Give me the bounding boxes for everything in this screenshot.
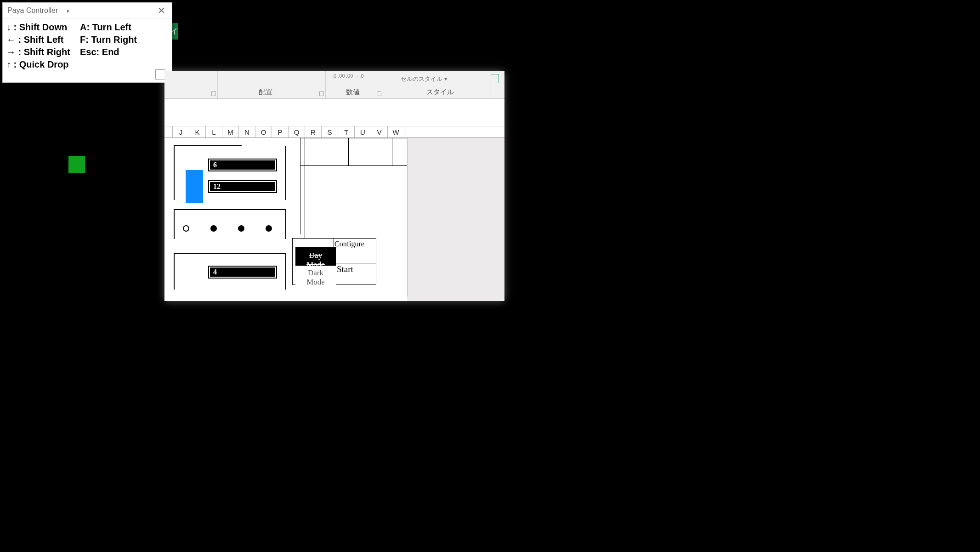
col-N[interactable]: N xyxy=(239,126,255,137)
tetris-piece-green xyxy=(68,156,85,173)
configure-button[interactable]: Configure xyxy=(334,240,364,248)
close-icon[interactable]: ✕ xyxy=(156,5,167,16)
paya-controller-window: Paya Controller ▾ ✕ ↓ : Shift Down ← : S… xyxy=(2,2,172,83)
col-W[interactable]: W xyxy=(388,126,404,137)
col-K[interactable]: K xyxy=(189,126,206,137)
key-hint-drop: ↑ : Quick Drop xyxy=(6,58,80,71)
key-hint-turn-right: F: Turn Right xyxy=(80,34,153,46)
col-Q[interactable]: Q xyxy=(289,126,305,137)
tetris-piece-blue xyxy=(186,170,203,203)
dialog-launcher-icon[interactable] xyxy=(377,91,381,96)
level-dot-3 xyxy=(238,225,244,232)
grid-line xyxy=(300,165,407,166)
score-value-1: 6 xyxy=(208,159,277,171)
formula-bar[interactable] xyxy=(164,99,504,126)
col-L[interactable]: L xyxy=(206,126,222,137)
col-J[interactable]: J xyxy=(173,126,189,137)
row-select-corner[interactable] xyxy=(164,126,173,137)
dark-mode-button[interactable]: Dark Mode xyxy=(295,266,336,290)
col-S[interactable]: S xyxy=(322,126,338,137)
level-dot-2 xyxy=(210,225,217,232)
dialog-launcher-icon[interactable] xyxy=(211,91,216,96)
panel-level-dots xyxy=(174,209,286,239)
cell-styles-dropdown[interactable]: セルのスタイル ▾ xyxy=(401,75,448,83)
ribbon-group-align: 配置 xyxy=(259,88,272,97)
col-P[interactable]: P xyxy=(272,126,289,137)
col-M[interactable]: M xyxy=(222,126,239,137)
col-V[interactable]: V xyxy=(371,126,388,137)
grid-line xyxy=(348,138,349,165)
frame-gap xyxy=(242,145,286,146)
ribbon-group-style: スタイル xyxy=(426,88,454,97)
dialog-launcher-icon[interactable] xyxy=(319,91,324,96)
excel-window: .0 .00 .00 →.0 セルのスタイル ▾ 配置 数値 スタイル J K … xyxy=(164,71,504,301)
decimal-increase-icon[interactable]: .0 .00 xyxy=(332,73,345,79)
col-O[interactable]: O xyxy=(255,126,272,137)
pin-icon[interactable]: ▾ xyxy=(67,8,69,14)
lines-value: 4 xyxy=(208,266,277,279)
level-dot-1 xyxy=(183,225,189,232)
ribbon-group-number: 数値 xyxy=(346,88,360,97)
column-headers: J K L M N O P Q R S T U V W xyxy=(164,126,504,138)
key-hint-down: ↓ : Shift Down xyxy=(6,21,80,34)
key-hint-left: ← : Shift Left xyxy=(6,34,80,46)
start-button[interactable]: Start xyxy=(337,264,353,274)
col-U[interactable]: U xyxy=(355,126,371,137)
grid-line xyxy=(392,138,392,165)
inactive-cells-region xyxy=(407,138,504,301)
paya-title-text: Paya Controller xyxy=(7,6,58,14)
score-value-2: 12 xyxy=(208,180,277,193)
paste-icon[interactable] xyxy=(491,74,499,83)
paya-checkbox[interactable] xyxy=(155,69,165,80)
col-T[interactable]: T xyxy=(338,126,355,137)
excel-ribbon: .0 .00 .00 →.0 セルのスタイル ▾ 配置 数値 スタイル xyxy=(164,71,504,99)
worksheet-area[interactable]: 6 12 4 Day Mode Dark Mode Configure Star… xyxy=(164,138,504,301)
grid-line xyxy=(300,138,300,234)
key-hint-end: Esc: End xyxy=(80,46,153,58)
key-hint-right: → : Shift Right xyxy=(6,46,80,58)
key-hint-turn-left: A: Turn Left xyxy=(80,21,153,34)
level-dot-4 xyxy=(266,225,272,232)
grid-line xyxy=(300,138,407,138)
paya-titlebar[interactable]: Paya Controller ▾ ✕ xyxy=(3,3,172,18)
decimal-decrease-icon[interactable]: .00 →.0 xyxy=(346,73,364,79)
col-R[interactable]: R xyxy=(305,126,322,137)
